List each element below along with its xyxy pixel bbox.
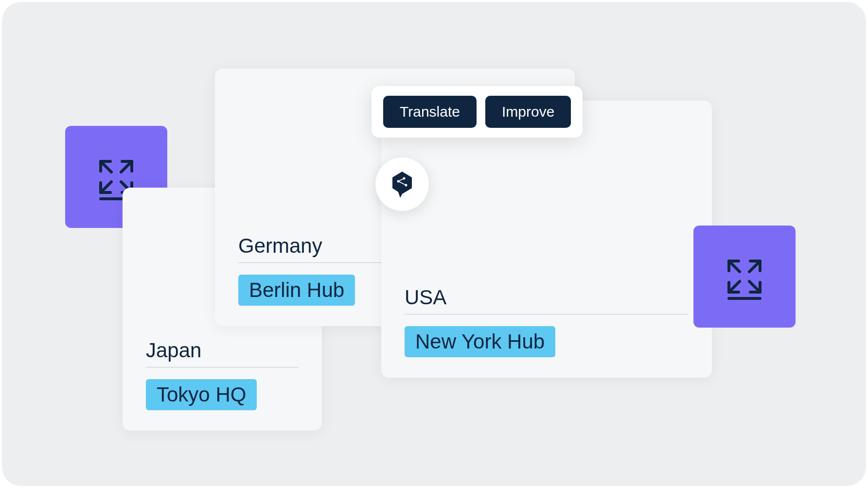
action-toolbar: Translate Improve — [372, 86, 583, 138]
ai-assistant-bubble[interactable] — [375, 157, 429, 211]
hub-badge-usa[interactable]: New York Hub — [405, 326, 555, 357]
country-label-japan: Japan — [146, 339, 299, 367]
expand-icon — [720, 252, 769, 301]
improve-button[interactable]: Improve — [485, 96, 571, 128]
hub-badge-germany[interactable]: Berlin Hub — [238, 275, 355, 306]
hub-badge-japan[interactable]: Tokyo HQ — [146, 379, 257, 410]
ai-chat-icon — [388, 170, 417, 199]
country-label-usa: USA — [405, 286, 689, 314]
translate-button[interactable]: Translate — [383, 96, 477, 128]
expand-box-right — [693, 226, 796, 328]
canvas-background: Japan Tokyo HQ Germany Berlin Hub USA Ne… — [2, 2, 866, 486]
card-usa: USA New York Hub — [381, 101, 712, 378]
